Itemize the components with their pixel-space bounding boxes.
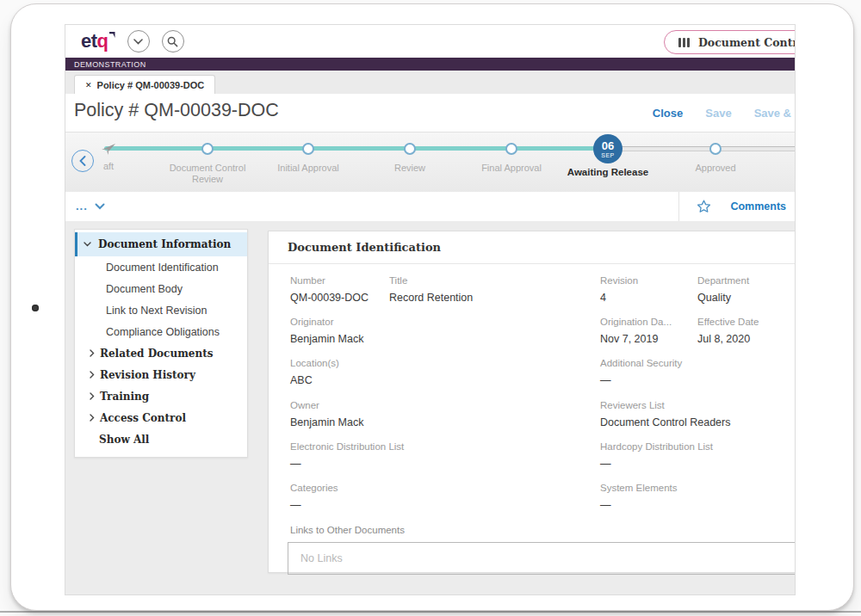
field-label: System Elements <box>600 483 677 493</box>
field-label: Owner <box>290 400 363 410</box>
nav-dropdown-button[interactable] <box>127 30 150 52</box>
sidebar-item-label: Revision History <box>100 369 195 381</box>
title-row: Policy # QM-00039-DOC Close Save Save & <box>65 94 795 132</box>
content-area: Document Information Document Identifica… <box>65 221 795 594</box>
stage-review: Review <box>358 142 461 174</box>
logo-text-q: q <box>97 32 108 51</box>
demo-banner: DEMONSTRATION <box>65 58 795 71</box>
tablet-frame: etq Document Control DEMONSTRATION ✕ Pol… <box>10 3 854 611</box>
sidebar-item-label: Document Body <box>106 283 183 295</box>
stage-dot <box>709 143 722 155</box>
chevron-right-icon <box>90 392 95 400</box>
sidebar-item-document-body[interactable]: Document Body <box>75 278 247 299</box>
field-value: Nov 7, 2019 <box>600 333 672 345</box>
save-button[interactable]: Save <box>705 107 731 120</box>
ellipsis-icon: ... <box>76 203 88 210</box>
field-value: — <box>600 499 677 511</box>
camera-dot <box>32 305 39 311</box>
stage-document-control-review: Document Control Review <box>156 142 259 185</box>
stage-approved: Approved <box>664 142 767 174</box>
chevron-down-icon <box>95 203 105 210</box>
links-box: No Links <box>288 542 795 575</box>
field-label: Origination Da... <box>600 317 672 327</box>
field-revision: Revision 4 <box>600 275 638 304</box>
tab-label: Policy # QM-00039-DOC <box>97 80 205 90</box>
document-control-button[interactable]: Document Control <box>664 30 795 54</box>
field-label: Title <box>389 275 473 286</box>
field-value: ABC <box>290 374 339 386</box>
toolbar-row: ... Comments <box>65 192 795 222</box>
timeline-back-button[interactable] <box>71 150 94 172</box>
page-title: Policy # QM-00039-DOC <box>74 100 279 121</box>
close-button[interactable]: Close <box>653 107 683 120</box>
chevron-down-icon <box>133 39 143 45</box>
field-effective-date: Effective Date Jul 8, 2020 <box>697 317 759 345</box>
field-value: Jul 8, 2020 <box>697 333 759 345</box>
more-menu-button[interactable]: ... <box>76 192 105 221</box>
field-value: Benjamin Mack <box>290 416 363 428</box>
save-and-button[interactable]: Save & <box>754 107 791 120</box>
stage-final-approval: Final Approval <box>460 142 563 174</box>
stage-initial-approval: Initial Approval <box>257 142 360 174</box>
field-value: — <box>290 458 404 470</box>
sidebar-item-training[interactable]: Training <box>75 385 247 407</box>
comments-link[interactable]: Comments <box>730 200 786 213</box>
page-actions: Close Save Save & <box>653 107 791 120</box>
field-value: — <box>600 458 713 470</box>
field-label: Categories <box>290 483 338 493</box>
sidebar-item-compliance-obligations[interactable]: Compliance Obligations <box>75 321 247 342</box>
paper-plane-icon <box>101 142 116 156</box>
favorite-button[interactable] <box>697 200 711 213</box>
sidebar-item-label: Document Identification <box>106 262 219 274</box>
sidebar-item-document-information[interactable]: Document Information <box>75 232 247 256</box>
app-topbar: etq Document Control <box>65 25 795 58</box>
field-value: QM-00039-DOC <box>290 292 369 304</box>
sidebar-item-document-identification[interactable]: Document Identification <box>75 256 247 278</box>
document-identification-panel: Document Identification Number QM-00039-… <box>268 231 795 573</box>
stage-label: Review <box>358 163 461 174</box>
sidebar-item-revision-history[interactable]: Revision History <box>75 364 247 385</box>
stage-label: Document Control Review <box>156 163 259 185</box>
toolbar-right-group: Comments <box>678 192 795 221</box>
surface-edge-line <box>0 611 861 613</box>
sidebar-item-access-control[interactable]: Access Control <box>75 407 247 428</box>
links-to-other-documents-label: Links to Other Documents <box>290 525 405 535</box>
sidebar-item-label: Show All <box>99 434 149 446</box>
chevron-right-icon <box>90 371 95 379</box>
sidebar-item-show-all[interactable]: Show All <box>75 428 247 450</box>
field-label: Originator <box>290 317 363 327</box>
field-additional-security: Additional Security — <box>600 358 682 386</box>
sidebar-item-link-to-next-revision[interactable]: Link to Next Revision <box>75 299 247 321</box>
sidebar-item-label: Training <box>100 391 149 403</box>
current-date-badge: 06 SEP <box>593 134 623 163</box>
field-reviewers-list: Reviewers List Document Control Readers <box>600 400 730 428</box>
field-value: Benjamin Mack <box>290 333 363 345</box>
demo-banner-label: DEMONSTRATION <box>74 60 146 69</box>
page-background: { "topbar": { "logo": { "part1": "et", "… <box>0 0 861 616</box>
stage-label: Final Approval <box>460 163 563 174</box>
field-value: Record Retention <box>389 292 473 304</box>
chevron-right-icon <box>90 349 95 357</box>
app-screen: etq Document Control DEMONSTRATION ✕ Pol… <box>65 25 795 594</box>
tab-close-icon[interactable]: ✕ <box>85 81 92 89</box>
field-origination-date: Origination Da... Nov 7, 2019 <box>600 317 672 345</box>
stage-awaiting-release: 06 SEP Awaiting Release <box>556 142 660 178</box>
chevron-down-icon <box>84 242 91 247</box>
star-icon <box>697 200 711 213</box>
sidebar-item-label: Document Information <box>98 238 231 250</box>
field-label: Department <box>697 275 749 286</box>
stage-label: Initial Approval <box>257 163 360 174</box>
panel-title: Document Identification <box>269 231 795 264</box>
document-control-label: Document Control <box>698 36 795 49</box>
etq-logo[interactable]: etq <box>81 32 115 51</box>
field-label: Revision <box>600 275 638 286</box>
field-locations: Location(s) ABC <box>290 358 339 386</box>
search-button[interactable] <box>162 30 184 52</box>
logo-text-et: et <box>81 32 97 51</box>
field-title: Title Record Retention <box>389 275 473 304</box>
chevron-left-icon <box>79 156 86 166</box>
field-value: — <box>290 499 338 511</box>
sidebar-item-label: Link to Next Revision <box>106 305 207 317</box>
sidebar-item-related-documents[interactable]: Related Documents <box>75 342 247 364</box>
document-tab[interactable]: ✕ Policy # QM-00039-DOC <box>74 75 215 94</box>
